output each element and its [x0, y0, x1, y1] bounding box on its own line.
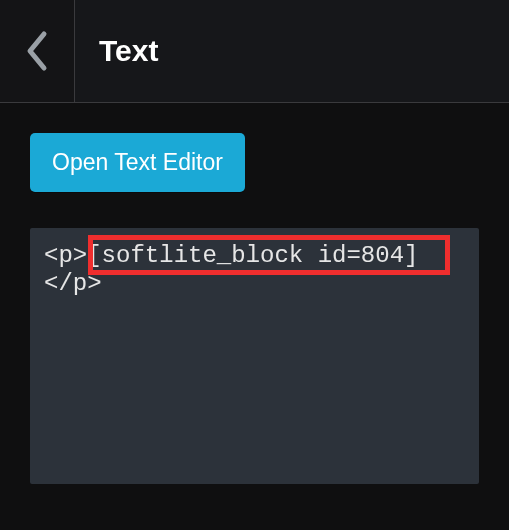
code-shortcode: [softlite_block id=804]: [87, 242, 418, 269]
code-line-1: <p>[softlite_block id=804]: [44, 242, 418, 270]
code-tag-close: </p>: [44, 270, 102, 297]
code-line-2: </p>: [44, 270, 102, 298]
open-text-editor-button[interactable]: Open Text Editor: [30, 133, 245, 192]
chevron-left-icon: [24, 30, 50, 72]
code-textarea[interactable]: <p>[softlite_block id=804] </p>: [30, 228, 479, 484]
code-tag-open: <p>: [44, 242, 87, 269]
panel-title: Text: [99, 34, 158, 68]
panel-body: Open Text Editor <p>[softlite_block id=8…: [0, 103, 509, 484]
panel-title-cell: Text: [75, 0, 158, 102]
panel-header: Text: [0, 0, 509, 103]
back-button[interactable]: [0, 0, 75, 102]
